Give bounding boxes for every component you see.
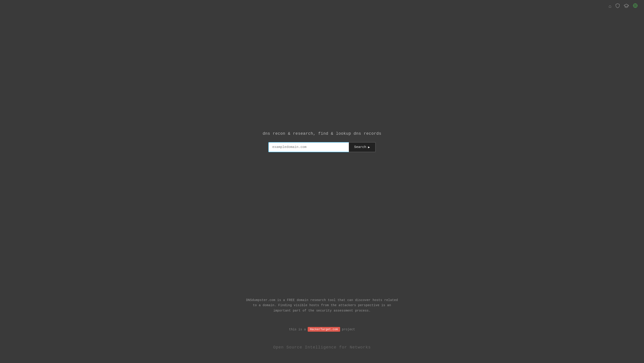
search-container: Search ▶: [268, 142, 376, 152]
project-suffix: project: [342, 328, 355, 331]
shield-icon[interactable]: [616, 3, 620, 10]
home-icon[interactable]: ⌂: [609, 4, 611, 9]
description-text: DNSdumpster.com is a FREE domain researc…: [244, 298, 400, 313]
search-button-label: Search: [354, 145, 366, 149]
description-section: DNSdumpster.com is a FREE domain researc…: [0, 284, 644, 322]
search-button[interactable]: Search ▶: [349, 142, 376, 152]
tagline: dns recon & research, find & lookup dns …: [262, 131, 381, 136]
bottom-section: Open Source Intelligence for Networks: [0, 336, 644, 363]
svg-marker-0: [624, 4, 629, 7]
project-section: this is a HackerTarget.com project: [0, 322, 644, 336]
graduation-icon[interactable]: [624, 4, 629, 9]
hackertarget-badge[interactable]: HackerTarget.com: [308, 327, 340, 332]
bottom-title: Open Source Intelligence for Networks: [4, 345, 640, 349]
search-arrow-icon: ▶: [368, 145, 370, 149]
main-content: dns recon & research, find & lookup dns …: [0, 0, 644, 284]
search-input[interactable]: [268, 142, 349, 152]
project-prefix: this is a: [289, 328, 306, 331]
